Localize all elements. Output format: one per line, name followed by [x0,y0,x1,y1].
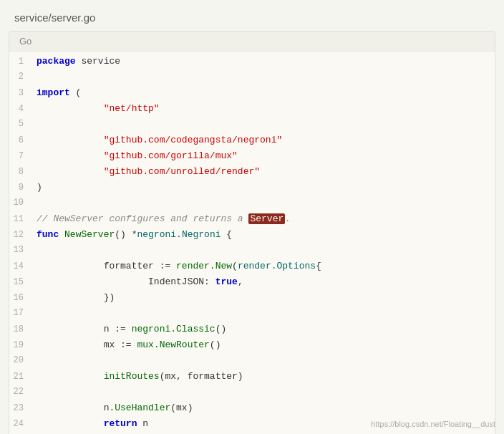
keyword-token: package [37,56,76,67]
type-token: negroni.Negroni [137,229,220,240]
plain-token [37,135,104,145]
line-code: mx := mux.NewRouter() [37,339,488,350]
plain-token [59,229,64,240]
code-line: 3import ( [9,87,495,103]
plain-token [37,261,104,271]
line-code: "net/http" [37,103,488,114]
line-number: 23 [9,403,37,413]
string-token: "github.com/unrolled/render" [104,166,260,177]
plain-token: n := [104,324,132,334]
code-line: 17 [9,308,495,324]
line-number: 4 [9,104,37,114]
line-code: func NewServer() *negroni.Negroni { [37,229,488,240]
code-line: 12func NewServer() *negroni.Negroni { [9,229,495,245]
line-code: ) [37,182,488,193]
line-number: 13 [9,245,37,255]
line-code: // NewServer configures and returns a Se… [37,213,488,224]
line-code: n := negroni.Classic() [37,324,488,334]
package-token: service [81,56,120,67]
function-token: NewServer [64,229,115,240]
code-line: 2 [9,72,495,87]
line-number: 22 [9,387,37,397]
line-number: 10 [9,198,37,208]
plain-token: { [221,229,233,240]
code-line: 5 [9,119,495,135]
line-number: 15 [9,277,37,287]
plain-token [37,371,104,382]
type-token: render.Options [238,261,316,271]
keyword-token: func [37,229,59,240]
code-line: 16 }) [9,292,495,308]
code-line: 6 "github.com/codegangsta/negroni" [9,135,495,150]
function-token: negroni.Classic [132,324,215,334]
plain-token: ( [70,87,82,98]
line-code: "github.com/codegangsta/negroni" [37,135,488,145]
highlight-token: Server [248,213,285,224]
plain-token: mx := [104,339,137,350]
code-line: 15 IndentJSON: true, [9,276,495,292]
code-line: 18 n := negroni.Classic() [9,324,495,339]
code-line: 20 [9,355,495,371]
code-line: 14 formatter := render.New(render.Option… [9,261,495,276]
plain-token [37,339,104,350]
code-line: 1package service [9,56,495,72]
plain-token: () [210,339,221,350]
line-number: 20 [9,355,37,365]
line-code: "github.com/gorilla/mux" [37,150,488,161]
line-code: formatter := render.New(render.Options{ [37,261,488,271]
plain-token [37,103,104,114]
code-line: 19 mx := mux.NewRouter() [9,339,495,355]
function-token: UseHandler [115,402,170,413]
line-number: 12 [9,230,37,240]
line-number: 1 [9,57,37,67]
line-number: 21 [9,372,37,382]
plain-token: ) [37,182,42,193]
line-code: }) [37,292,488,303]
code-line: 10 [9,198,495,213]
plain-token [37,324,104,334]
code-line: 8 "github.com/unrolled/render" [9,166,495,182]
plain-token [37,402,104,413]
line-code: "github.com/unrolled/render" [37,166,488,177]
line-number: 19 [9,340,37,350]
plain-token: () * [115,229,137,240]
code-line: 22 [9,387,495,402]
code-body: 1package service23import (4 "net/http"56… [9,52,495,434]
line-number: 3 [9,88,37,98]
plain-token: IndentJSON: [148,276,215,287]
code-line: 4 "net/http" [9,103,495,119]
lang-label: Go [9,32,495,52]
function-token: initRoutes [104,371,160,382]
code-line: 9) [9,182,495,198]
plain-token [37,166,104,177]
line-number: 8 [9,167,37,177]
plain-token [37,292,104,303]
plain-token [37,150,104,161]
keyword-token: import [37,87,70,98]
line-code: initRoutes(mx, formatter) [37,371,488,382]
function-token: mux.NewRouter [137,339,209,350]
line-code: IndentJSON: true, [37,276,488,287]
plain-token: { [316,261,321,271]
function-token: render.New [176,261,232,271]
plain-token: n. [104,402,115,413]
code-block: Go 1package service23import (4 "net/http… [9,31,495,434]
page-title: service/server.go [0,0,504,31]
line-number: 14 [9,261,37,271]
line-number: 2 [9,72,37,82]
watermark: https://blog.csdn.net/Floating__dust [371,420,495,428]
plain-token: (mx, formatter) [160,371,243,382]
plain-token: () [215,324,227,334]
line-number: 7 [9,151,37,161]
line-number: 11 [9,214,37,224]
code-line: 21 initRoutes(mx, formatter) [9,371,495,387]
keyword-token: true [215,276,238,287]
line-code: package service [37,56,488,67]
plain-token: }) [104,292,115,303]
string-token: "net/http" [104,103,160,114]
line-number: 18 [9,324,37,334]
plain-token: ( [232,261,238,271]
plain-token: (mx) [170,402,193,413]
line-code: n.UseHandler(mx) [37,402,488,413]
plain-token: n [137,418,148,429]
